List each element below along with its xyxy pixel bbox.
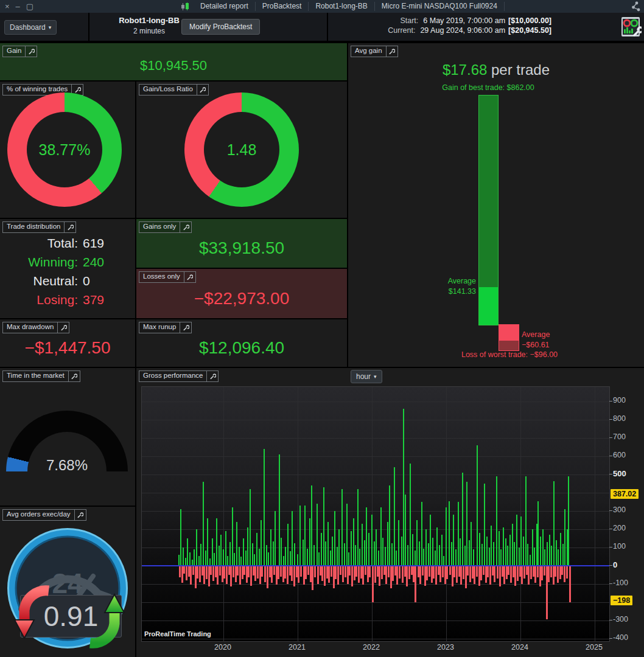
gain-bar	[481, 544, 483, 566]
loss-bar	[399, 566, 401, 579]
wrench-icon[interactable]	[25, 46, 37, 57]
maximize-window-icon[interactable]: ▢	[26, 2, 33, 11]
candlestick-icon	[180, 2, 190, 11]
gain-bar	[549, 535, 550, 566]
losses-only-title-chip: Losses only	[139, 271, 196, 283]
current-amount: [$20,945.50]	[508, 26, 551, 35]
gain-bar	[499, 531, 500, 566]
dashboard-dropdown-button[interactable]: Dashboard ▾	[4, 20, 57, 35]
interval-label: hour	[356, 372, 371, 381]
loss-bar	[566, 566, 568, 579]
loss-bar	[474, 566, 475, 584]
gain-bar	[337, 547, 338, 566]
y-axis-label: 200	[613, 524, 626, 532]
loss-bar	[219, 566, 221, 575]
gain-bar	[341, 489, 343, 566]
gain-bar	[196, 529, 197, 566]
horizontal-gridline	[142, 620, 609, 621]
green-up-arrow-icon	[84, 591, 128, 649]
gains-only-panel: Gains only $33,918.50	[136, 219, 347, 268]
start-value: 6 May 2019, 7:00:00 am	[423, 16, 505, 25]
gain-bar	[568, 476, 569, 566]
wrench-icon[interactable]	[184, 272, 195, 282]
interval-dropdown[interactable]: hour ▾	[351, 370, 382, 383]
max-drawdown-title-chip: Max drawdown	[2, 322, 69, 333]
gain-bar	[532, 529, 533, 566]
gain-bar	[299, 506, 301, 566]
gain-bar	[380, 507, 382, 566]
window-title-tab: ProBacktest	[256, 2, 309, 11]
distribution-label: Losing:	[37, 293, 78, 307]
wrench-icon[interactable]	[386, 46, 397, 57]
loss-bar	[438, 566, 439, 575]
gain-bar	[387, 522, 388, 566]
loss-bar	[513, 566, 514, 577]
gain-bar	[378, 551, 379, 566]
current-value: 29 Aug 2024, 9:06:00 am	[420, 26, 505, 35]
wrench-icon[interactable]	[180, 322, 191, 333]
loss-bar	[186, 566, 187, 580]
share-icon[interactable]	[632, 1, 644, 12]
loss-bar	[411, 566, 413, 575]
wrench-icon[interactable]	[197, 85, 208, 95]
close-window-icon[interactable]: ×	[5, 2, 10, 11]
loss-bar	[269, 566, 271, 577]
wrench-icon[interactable]	[180, 222, 191, 232]
gain-bar	[473, 549, 474, 566]
wrench-icon[interactable]	[68, 371, 80, 381]
loss-bar	[465, 566, 467, 588]
minimize-window-icon[interactable]: –	[16, 2, 20, 11]
vertical-gridline	[595, 387, 595, 641]
gain-bar	[512, 524, 513, 566]
loss-bar	[472, 566, 474, 579]
loss-bar	[320, 566, 321, 575]
loss-bar	[435, 566, 437, 585]
y-axis-tick	[609, 456, 612, 456]
loss-bar	[467, 566, 469, 575]
gain-bar	[477, 445, 478, 566]
gain-bar	[321, 533, 322, 566]
gain-bar	[479, 533, 480, 566]
avg-orders-panel: Avg orders exec/day 24 0.91	[0, 507, 135, 657]
loss-bar	[317, 566, 319, 584]
loss-bar	[452, 566, 453, 586]
gain-bar	[534, 548, 535, 566]
gain-bar	[285, 547, 286, 566]
customize-dashboard-icon[interactable]	[620, 16, 642, 38]
average-loss-label: Average −$60.61	[522, 330, 613, 350]
window-title-segments: Detailed reportProBacktestRobot1-long-BB…	[180, 0, 505, 13]
avg-gain-headline: $17.68 per trade	[348, 61, 644, 78]
wrench-icon[interactable]	[57, 322, 69, 333]
gain-bar	[436, 527, 438, 566]
chevron-down-icon: ▾	[374, 374, 377, 380]
loss-bar	[485, 566, 487, 583]
gain-bar	[389, 485, 390, 566]
loss-bar	[179, 566, 181, 577]
x-axis-label: 2024	[502, 643, 538, 652]
wrench-icon[interactable]	[74, 510, 86, 520]
window-title-tab: Micro E-mini NASDAQ100 Full0924	[375, 2, 505, 11]
highlighted-value-chip: 387.02	[611, 489, 639, 499]
gain-bar	[307, 549, 308, 566]
gain-bar	[275, 511, 276, 566]
gross-performance-plot[interactable]	[141, 386, 610, 642]
wrench-icon[interactable]	[206, 371, 218, 381]
worst-trade-label: Loss of worst trade: −$96.00	[415, 350, 604, 359]
loss-bar	[480, 566, 482, 580]
gain-bar	[323, 487, 324, 566]
modify-probacktest-button[interactable]: Modify ProBacktest	[181, 19, 260, 35]
loss-bar	[284, 566, 286, 579]
gain-bar	[247, 527, 248, 566]
loss-bar	[372, 566, 374, 602]
gain-bar	[353, 518, 354, 566]
y-axis-tick	[609, 510, 612, 511]
loss-bar	[453, 566, 455, 577]
gain-panel-title-chip: Gain	[2, 46, 37, 57]
wrench-icon[interactable]	[64, 222, 75, 232]
loss-bar	[257, 566, 259, 579]
toolbar-separator	[327, 13, 328, 41]
avg-orders-title: Avg orders exec/day	[3, 510, 74, 520]
loss-bar	[293, 566, 295, 586]
gain-bar	[294, 543, 295, 566]
loss-bar	[396, 566, 398, 585]
